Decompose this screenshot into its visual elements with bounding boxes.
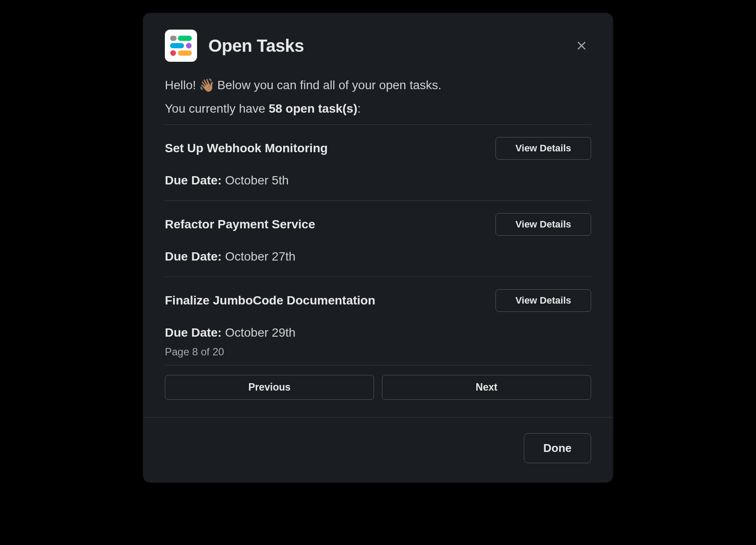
task-title: Set Up Webhook Monitoring [165,141,328,155]
view-details-button[interactable]: View Details [495,137,591,160]
close-icon [576,40,587,51]
count-bold: 58 open task(s) [269,102,358,115]
modal-title: Open Tasks [208,36,572,56]
svg-rect-0 [170,36,177,41]
next-button[interactable]: Next [382,375,591,400]
modal-footer: Done [143,417,613,482]
close-button[interactable] [572,36,591,55]
modal-header: Open Tasks [143,13,613,66]
svg-rect-5 [178,50,192,56]
count-line: You currently have 58 open task(s): [165,102,591,116]
task-row: Set Up Webhook MonitoringView Details [165,137,591,160]
intro-line: Hello! 👋🏽 Below you can find all of your… [165,78,591,92]
count-prefix: You currently have [165,102,269,115]
task-item: Set Up Webhook MonitoringView DetailsDue… [165,125,591,201]
view-details-button[interactable]: View Details [495,213,591,236]
task-due: Due Date: October 27th [165,250,591,264]
svg-rect-1 [178,36,192,41]
task-due-value: October 29th [225,326,295,339]
monday-app-icon [165,30,197,62]
task-due-label: Due Date: [165,326,222,339]
task-item: Refactor Payment ServiceView DetailsDue … [165,201,591,277]
count-suffix: : [358,102,361,115]
task-title: Finalize JumboCode Documentation [165,294,375,308]
task-due-value: October 27th [225,250,295,263]
svg-point-3 [186,43,192,49]
page-indicator: Page 8 of 20 [165,342,591,365]
task-due-label: Due Date: [165,250,222,263]
intro-rest: Below you can find all of your open task… [217,78,442,92]
svg-rect-2 [170,43,184,48]
task-row: Finalize JumboCode DocumentationView Det… [165,289,591,312]
task-due-value: October 5th [225,174,288,187]
task-item: Finalize JumboCode DocumentationView Det… [165,277,591,342]
task-due: Due Date: October 29th [165,326,591,340]
wave-icon: 👋🏽 [199,79,215,92]
pagination-row: Previous Next [165,365,591,413]
task-due-label: Due Date: [165,174,222,187]
previous-button[interactable]: Previous [165,375,374,400]
svg-point-4 [171,50,176,56]
done-button[interactable]: Done [524,433,591,463]
view-details-button[interactable]: View Details [495,289,591,312]
modal-body: Hello! 👋🏽 Below you can find all of your… [143,66,613,417]
open-tasks-modal: Open Tasks Hello! 👋🏽 Below you can find … [143,13,613,482]
task-row: Refactor Payment ServiceView Details [165,213,591,236]
intro-hello: Hello! [165,78,196,92]
task-title: Refactor Payment Service [165,217,315,231]
task-due: Due Date: October 5th [165,174,591,187]
